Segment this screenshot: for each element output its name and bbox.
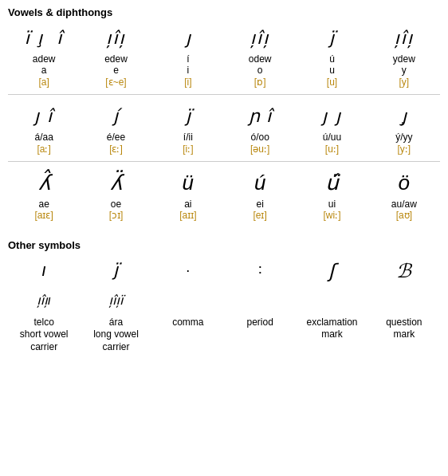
romanize-ydew: ydew	[393, 53, 415, 65]
cell-a: ı̈ ı̧ ı̂ adew a [a]	[8, 22, 80, 89]
other-sub-question	[368, 288, 440, 315]
other-label-ara: ára long vowel carrier	[80, 315, 151, 356]
label-question-1: question	[386, 317, 422, 329]
glyph-row-3: ʎ̂ ae [aɪɛ] ʎ̈ oe [ɔɪ] ü ai [aɪɪ] ú ei […	[8, 167, 440, 223]
glyph-u: ȷ̈	[329, 23, 334, 53]
cell-o: ı̦ı̂ı̦ odew o [ɒ]	[224, 22, 296, 89]
phonetic-aa: [aː]	[37, 144, 50, 155]
cell-ei: ú ei [eɪ]	[224, 167, 296, 223]
romanize-oe: oe	[111, 199, 121, 210]
romanize-ii: í/ii	[183, 132, 193, 143]
phonetic-ee: [ɛː]	[109, 144, 123, 155]
phonetic-ai: [aɪɪ]	[179, 210, 196, 221]
phonetic-yy: [yː]	[397, 144, 411, 155]
other-label-telco: telco short vowel carrier	[8, 315, 80, 356]
romanize-u: u	[329, 65, 335, 76]
glyph-ui: ú̈	[325, 168, 338, 199]
cell-ii: ȷ̈ í/ii [iː]	[152, 100, 224, 156]
other-label-question: question mark	[368, 315, 440, 356]
cell-i: ȷ í i [i]	[152, 22, 224, 89]
label-ara-2: long vowel	[93, 328, 139, 341]
phonetic-ae: [aɪɛ]	[34, 210, 53, 221]
romanize-yy: ý/yy	[395, 132, 412, 143]
glyph-row-1a: ı̈ ı̧ ı̂ adew a [a] ı̦ı̂ı̦ edew e [ɛ~e] …	[8, 22, 440, 89]
other-sub-telco: ı̦ı̂ı̦ı	[8, 288, 80, 315]
other-title: Other symbols	[8, 239, 440, 251]
divider-2	[8, 161, 440, 162]
vowels-section: Vowels & diphthongs ı̈ ı̧ ı̂ adew a [a] …	[8, 6, 440, 223]
phonetic-au: [aʊ]	[396, 210, 412, 221]
other-sub-glyph-telco: ı̦ı̂ı̦ı	[37, 289, 51, 313]
romanize-ei: ei	[256, 199, 263, 210]
other-glyph-telco: ı	[41, 256, 46, 286]
vowels-title: Vowels & diphthongs	[8, 6, 440, 18]
other-glyph-ara: ȷ̈	[113, 256, 118, 286]
cell-oe: ʎ̈ oe [ɔɪ]	[80, 167, 151, 223]
phonetic-a: [a]	[38, 77, 49, 88]
romanize-u-latin: ú	[329, 53, 335, 65]
romanize-a: a	[41, 65, 47, 76]
other-label-exclamation: exclamation mark	[296, 315, 367, 356]
glyph-e: ı̦ı̂ı̦	[106, 23, 125, 53]
spacer	[8, 231, 440, 239]
other-cell-question: ℬ	[368, 254, 440, 288]
glyph-uu: ȷ ȷ	[322, 101, 341, 132]
phonetic-ei: [eɪ]	[253, 210, 266, 221]
romanize-ae: ae	[38, 199, 49, 210]
other-section: Other symbols ı ȷ̈ · ∶ ʃ ℬ ı̦ı̂ı̦ı	[8, 239, 440, 356]
romanize-ui: ui	[328, 199, 336, 210]
label-ara-3: carrier	[102, 341, 129, 354]
other-sub-exclamation	[296, 288, 367, 315]
other-sub-period	[224, 288, 296, 315]
romanize-i: i	[187, 65, 189, 76]
romanize-y: y	[402, 65, 407, 76]
other-cell-period: ∶	[224, 254, 296, 288]
cell-oo: ɲ ı̂ ó/oo [əuː]	[224, 100, 296, 156]
phonetic-o: [ɒ]	[254, 77, 266, 88]
glyph-yy: ȷ̧	[402, 101, 407, 132]
glyph-au: ö	[399, 168, 410, 199]
romanize-ee: é/ee	[107, 132, 125, 143]
cell-ee: ȷ́ é/ee [ɛː]	[80, 100, 151, 156]
label-exclamation-2: mark	[321, 328, 343, 341]
other-cell-telco: ı	[8, 254, 80, 288]
romanize-adew: adew	[33, 53, 56, 65]
romanize-i-latin: í	[187, 53, 189, 65]
label-telco-2: short vowel	[20, 328, 69, 341]
cell-ae: ʎ̂ ae [aɪɛ]	[8, 167, 80, 223]
romanize-odew: odew	[249, 53, 272, 65]
cell-e: ı̦ı̂ı̦ edew e [ɛ~e]	[80, 22, 151, 89]
cell-ai: ü ai [aɪɪ]	[152, 167, 224, 223]
romanize-au: au/aw	[391, 199, 417, 210]
other-label-comma: comma	[152, 315, 224, 356]
other-glyph-period: ∶	[258, 256, 262, 286]
divider-1	[8, 94, 440, 95]
glyph-aa: ȷ ı̂	[34, 101, 53, 132]
other-sub-glyph-row: ı̦ı̂ı̦ı ı̦ı̂ı̦ı̈	[8, 288, 440, 315]
romanize-o: o	[257, 65, 263, 76]
cell-uu: ȷ ȷ ú/uu [uː]	[296, 100, 367, 156]
glyph-oo: ɲ ı̂	[249, 101, 272, 132]
label-question-2: mark	[393, 328, 415, 341]
label-telco-3: carrier	[30, 341, 57, 354]
glyph-ii: ȷ̈	[186, 101, 191, 132]
romanize-edew: edew	[104, 53, 128, 65]
other-sub-ara: ı̦ı̂ı̦ı̈	[80, 288, 151, 315]
romanize-uu: ú/uu	[323, 132, 341, 143]
other-cell-ara: ȷ̈	[80, 254, 151, 288]
glyph-a: ı̈ ı̧ ı̂	[25, 23, 64, 53]
other-label-row: telco short vowel carrier ára long vowel…	[8, 315, 440, 356]
cell-aa: ȷ ı̂ á/aa [aː]	[8, 100, 80, 156]
other-glyph-comma: ·	[186, 256, 190, 286]
romanize-oo: ó/oo	[250, 132, 269, 143]
other-label-period: period	[224, 315, 296, 356]
romanize-e: e	[113, 65, 119, 76]
other-glyph-exclamation: ʃ	[328, 256, 335, 286]
phonetic-e: [ɛ~e]	[105, 77, 126, 88]
label-telco-1: telco	[33, 317, 53, 329]
glyph-ai: ü	[183, 168, 194, 199]
phonetic-u: [u]	[327, 77, 337, 88]
glyph-oe: ʎ̈	[110, 168, 122, 199]
phonetic-y: [y]	[399, 77, 409, 88]
phonetic-ii: [iː]	[183, 144, 193, 155]
